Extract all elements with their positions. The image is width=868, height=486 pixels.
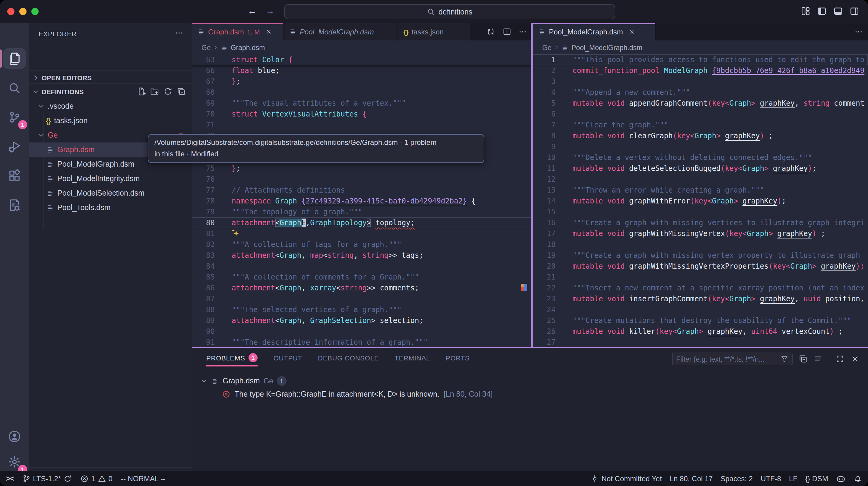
tab-tasks-json[interactable]: {}tasks.json — [398, 23, 470, 40]
code-line-13[interactable]: 13"""Throw an error while creating a gra… — [533, 185, 868, 196]
code-line-2[interactable]: 2commit_function_pool ModelGraph {9bdcbb… — [533, 65, 868, 76]
toggle-secondary-sidebar-icon[interactable] — [849, 6, 860, 16]
code-line-20[interactable]: 20mutable void graphWithMissingVertexPro… — [533, 261, 868, 272]
command-center-search[interactable]: definitions — [284, 4, 615, 19]
activitybar-item-search[interactable] — [3, 78, 26, 98]
outline-section[interactable]: OUTLINE — [29, 467, 192, 471]
breadcrumb-item[interactable]: Ge — [202, 44, 211, 51]
code-line-88[interactable]: 88"""The selected vertices of a graph.""… — [192, 304, 531, 315]
code-line-16[interactable]: 16"""Create a graph with missing vertice… — [533, 217, 868, 228]
encoding-setting[interactable]: UTF-8 — [761, 474, 781, 483]
tree-item-pool-modelintegrity-dsm[interactable]: Pool_ModelIntegrity.dsm — [29, 171, 192, 186]
problems-filter[interactable] — [672, 352, 793, 365]
sticky-scroll-line[interactable]: 63struct Color { — [192, 54, 531, 65]
activitybar-item-source-control[interactable]: 1 — [3, 107, 26, 127]
code-line-17[interactable]: 17mutable void graphWithMissingVertex(ke… — [533, 228, 868, 239]
code-line-25[interactable]: 25"""Create mutations that destroy the u… — [533, 315, 868, 326]
close-tab-icon[interactable] — [628, 28, 635, 35]
tab-graph-dsm[interactable]: Graph.dsm1, M — [192, 23, 283, 40]
code-line-6[interactable]: 6 — [533, 109, 868, 119]
problems-status[interactable]: 1 0 — [80, 474, 113, 483]
tree-item-pool-modelselection-dsm[interactable]: Pool_ModelSelection.dsm — [29, 186, 192, 200]
copilot-status[interactable] — [836, 474, 846, 483]
close-tab-icon[interactable] — [266, 28, 272, 35]
code-line-69[interactable]: 69"""The visual attributes of a vertex."… — [192, 98, 531, 109]
collapse-all-icon[interactable] — [799, 354, 808, 364]
code-line-78[interactable]: 78namespace Graph {27c49329-a399-415c-ba… — [192, 196, 531, 206]
code-line-10[interactable]: 10"""Delete a vertex without deleting co… — [533, 152, 868, 163]
activitybar-item-accounts[interactable] — [3, 426, 26, 447]
code-line-80[interactable]: 80attachment<GraphE,GraphTopology> topol… — [192, 217, 531, 228]
git-branch-status[interactable]: LTS-1.2* — [22, 474, 72, 483]
code-editor-pool-modelgraph-dsm[interactable]: 1"""This pool provides access to functio… — [533, 54, 868, 348]
breadcrumb-2[interactable]: GePool_ModelGraph.dsm — [533, 40, 868, 54]
navigate-back-button[interactable]: ← — [246, 5, 258, 16]
view-as-table-icon[interactable] — [814, 354, 823, 364]
remote-indicator[interactable]: >< — [6, 474, 13, 483]
code-line-7[interactable]: 7"""Clear the graph.""" — [533, 119, 868, 131]
more-actions-icon[interactable]: ⋯ — [855, 27, 863, 36]
code-line-19[interactable]: 19"""Create a graph with missing vertex … — [533, 250, 868, 261]
toggle-primary-sidebar-icon[interactable] — [817, 6, 827, 16]
code-line-8[interactable]: 8mutable void clearGraph(key<Graph> grap… — [533, 131, 868, 141]
filter-input[interactable] — [676, 355, 777, 363]
cursor-position[interactable]: Ln 80, Col 17 — [670, 474, 713, 483]
code-line-76[interactable]: 76 — [192, 174, 531, 185]
problems-error-row[interactable]: The type K=Graph::GraphE in attachment<K… — [192, 388, 868, 401]
code-line-3[interactable]: 3 — [533, 76, 868, 87]
panel-tab-terminal[interactable]: TERMINAL — [395, 353, 430, 367]
panel-tab-problems[interactable]: PROBLEMS1 — [206, 353, 258, 367]
code-line-90[interactable]: 90 — [192, 326, 531, 337]
language-mode[interactable]: {} DSM — [805, 474, 828, 483]
code-editor-graph-dsm[interactable]: 66float blue;67};6869"""The visual attri… — [192, 54, 531, 348]
minimize-window-button[interactable] — [19, 8, 27, 15]
breadcrumb[interactable]: GeGraph.dsm — [192, 40, 531, 54]
tab-pool-modelgraph-dsm[interactable]: Pool_ModelGraph.dsm — [533, 23, 656, 40]
tree-item--vscode[interactable]: .vscode — [29, 99, 192, 114]
code-line-91[interactable]: 91"""The descriptive information of a gr… — [192, 337, 531, 348]
breadcrumb-item[interactable]: Ge — [542, 44, 552, 51]
tree-item-pool-tools-dsm[interactable]: Pool_Tools.dsm — [29, 200, 192, 215]
commit-status[interactable]: Not Committed Yet — [591, 474, 662, 483]
close-panel-icon[interactable] — [850, 354, 860, 364]
vim-mode-indicator[interactable]: -- NORMAL -- — [121, 474, 165, 483]
open-editors-section[interactable]: OPEN EDITORS — [29, 70, 192, 85]
more-actions-icon[interactable]: ⋯ — [519, 27, 527, 36]
code-line-71[interactable]: 71 — [192, 119, 531, 131]
eol-setting[interactable]: LF — [789, 474, 798, 483]
new-folder-icon[interactable] — [150, 87, 159, 96]
code-line-82[interactable]: 82"""A collection of tags for a graph.""… — [192, 239, 531, 250]
notifications[interactable] — [854, 474, 862, 483]
zoom-window-button[interactable] — [31, 8, 39, 15]
sidebar-more-actions[interactable]: ⋯ — [175, 28, 183, 37]
activitybar-item-settings[interactable]: 1 — [3, 452, 26, 472]
code-line-21[interactable]: 21 — [533, 272, 868, 283]
activitybar-item-explorer[interactable] — [3, 48, 26, 69]
code-line-22[interactable]: 22"""Insert a new comment at a specific … — [533, 283, 868, 293]
collapse-all-icon[interactable] — [177, 87, 186, 96]
panel-tab-debug-console[interactable]: DEBUG CONSOLE — [318, 353, 379, 367]
code-line-87[interactable]: 87 — [192, 293, 531, 304]
code-line-24[interactable]: 24 — [533, 304, 868, 315]
problems-file-row[interactable]: Graph.dsm Ge 1 — [192, 374, 868, 388]
code-line-83[interactable]: 83attachment<Graph, map<string, string>>… — [192, 250, 531, 261]
code-line-11[interactable]: 11mutable void deleteSelectionBugged(key… — [533, 163, 868, 174]
code-line-86[interactable]: 86attachment<Graph, xarray<string>> comm… — [192, 283, 531, 293]
close-window-button[interactable] — [7, 8, 14, 15]
customize-layout-icon[interactable] — [801, 6, 811, 16]
split-editor-icon[interactable] — [502, 27, 512, 36]
maximize-panel-icon[interactable] — [835, 354, 844, 364]
code-line-68[interactable]: 68 — [192, 87, 531, 98]
code-line-79[interactable]: 79"""The topology of a graph.""" — [192, 206, 531, 217]
activitybar-item-custom-definitions-tool[interactable] — [3, 195, 26, 215]
code-line-18[interactable]: 18 — [533, 239, 868, 250]
code-line-66[interactable]: 66float blue; — [192, 65, 531, 76]
code-line-85[interactable]: 85"""A collection of comments for a Grap… — [192, 272, 531, 283]
tree-item-tasks-json[interactable]: {}tasks.json — [29, 114, 192, 128]
activitybar-item-extensions[interactable] — [3, 165, 26, 186]
code-line-27[interactable]: 27 — [533, 337, 868, 348]
code-line-84[interactable]: 84 — [192, 261, 531, 272]
new-file-icon[interactable] — [137, 87, 146, 96]
code-line-9[interactable]: 9 — [533, 141, 868, 152]
tab-pool-modelgraph-dsm[interactable]: Pool_ModelGraph.dsm — [283, 23, 398, 40]
